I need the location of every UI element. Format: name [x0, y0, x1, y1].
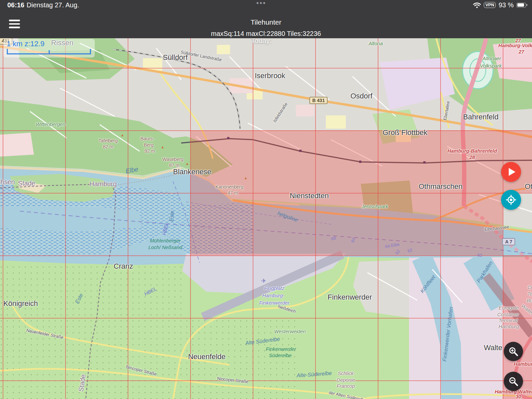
- status-ellipsis-icon: •••: [256, 0, 266, 7]
- wifi-icon: [473, 2, 481, 8]
- visited-tiles-region: [190, 193, 503, 255]
- battery-percent: 93 %: [498, 1, 514, 9]
- status-bar: 06:16 Dienstag 27. Aug. ••• VPN 93 %: [0, 0, 532, 10]
- today-stats-label: Today:: [251, 37, 272, 45]
- locate-icon: [505, 194, 517, 205]
- status-time: 06:16: [7, 1, 24, 9]
- top-chrome: 06:16 Dienstag 27. Aug. ••• VPN 93 % Til…: [0, 0, 532, 38]
- scale-bar: [7, 48, 91, 55]
- tilehunter-app: { "status_bar": { "time": "06:16", "date…: [0, 0, 532, 399]
- map-harbor-airport: [0, 254, 532, 399]
- zoom-in-icon: [508, 346, 518, 356]
- vpn-badge: VPN: [484, 2, 496, 8]
- zoom-out-icon: [508, 376, 518, 386]
- app-title: Tilehunter: [0, 18, 532, 26]
- locate-button[interactable]: [501, 190, 521, 210]
- header-stats: maxSq:114 maxCl:22880 Tiles:32236: [0, 30, 532, 38]
- scale-text: 1 km z:12.9: [7, 40, 91, 48]
- scale-indicator: 1 km z:12.9: [3, 39, 95, 58]
- map-viewport[interactable]: [0, 38, 532, 399]
- play-icon: [509, 168, 515, 176]
- play-button[interactable]: [501, 162, 521, 182]
- zoom-in-button[interactable]: [504, 342, 523, 361]
- status-date: Dienstag 27. Aug.: [27, 1, 79, 9]
- battery-icon: [516, 3, 526, 8]
- zoom-out-button[interactable]: [504, 372, 523, 391]
- visited-tiles-region: [190, 130, 532, 193]
